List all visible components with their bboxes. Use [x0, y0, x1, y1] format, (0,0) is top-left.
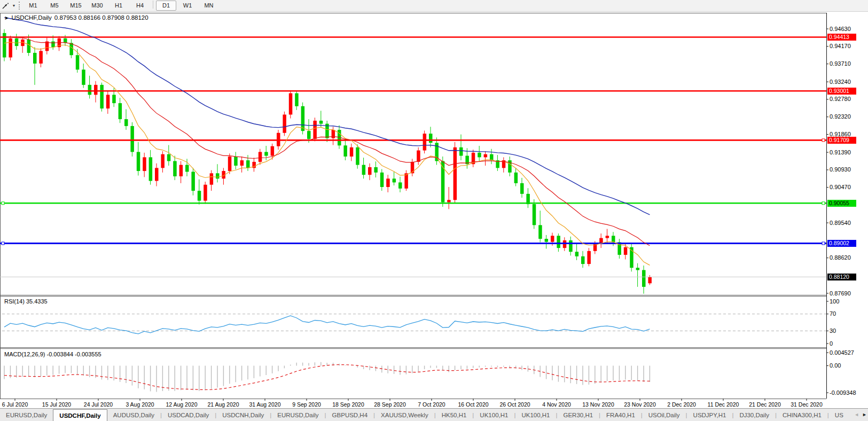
ma-line-fast	[4, 42, 650, 266]
date-axis-label: 21 Dec 2020	[749, 401, 781, 408]
chart-tab-usdjpy-h1[interactable]: USDJPY,H1	[687, 409, 732, 421]
chart-tab-eurusd-daily[interactable]: EURUSD,Daily	[0, 409, 53, 421]
rsi-axis-label: 70	[830, 310, 836, 317]
chart-tab-uk100-h1[interactable]: UK100,H1	[515, 409, 556, 421]
chart-tab-fra40-h1[interactable]: FRA40,H1	[600, 409, 641, 421]
macd-axis-label: 0.00	[830, 362, 841, 369]
chart-tab-usdcad-daily[interactable]: USDCAD,Daily	[162, 409, 215, 421]
chart-symbol-period: USDCHF,Daily	[11, 14, 51, 21]
chart-tab-usdcnh-daily[interactable]: USDCNH,Daily	[216, 409, 270, 421]
chart-tab-hk50-h1[interactable]: HK50,H1	[436, 409, 473, 421]
chart-tab-eurusd-daily[interactable]: EURUSD,Daily	[271, 409, 324, 421]
chart-tab-ger30-h1[interactable]: GER30,H1	[557, 409, 599, 421]
chart-pointer-icon: ➤	[4, 15, 9, 21]
chart-tab-usdchf-daily[interactable]: USDCHF,Daily	[53, 409, 107, 421]
chart-area[interactable]	[0, 0, 868, 421]
price-line-badge: 0.93001	[827, 88, 856, 95]
macd-signal-line	[4, 365, 650, 390]
rsi-axis-label: 0	[830, 340, 833, 347]
rsi-line	[4, 316, 650, 334]
ma-line-slow	[4, 18, 650, 215]
price-axis-label: 0.87690	[830, 290, 851, 297]
chart-title: ➤ USDCHF,Daily 0.87953 0.88166 0.87908 0…	[4, 14, 148, 21]
price-line-badge: 0.89002	[827, 240, 856, 247]
chart-tab-xauusd-weekly[interactable]: XAUUSD,Weekly	[375, 409, 434, 421]
macd-axis-label: 0.004527	[830, 349, 854, 356]
tab-scroll-right-icon[interactable]: ►	[862, 412, 867, 417]
date-axis-label: 24 Jul 2020	[84, 401, 113, 408]
chart-tab-us[interactable]: US	[829, 409, 843, 421]
price-axis-label: 0.92320	[830, 113, 851, 120]
horizontal-level-lines[interactable]	[0, 37, 826, 244]
date-axis-label: 16 Oct 2020	[458, 401, 488, 408]
date-axis-label: 9 Sep 2020	[292, 401, 321, 408]
date-axis-label: 6 Jul 2020	[2, 401, 28, 408]
chart-tabs: EURUSD,DailyUSDCHF,DailyAUDUSD,Daily|USD…	[0, 409, 847, 421]
price-axis-label: 0.93710	[830, 60, 851, 67]
date-axis-label: 18 Sep 2020	[332, 401, 364, 408]
chart-tab-dj30-daily[interactable]: DJ30,Daily	[733, 409, 775, 421]
price-line-badge: 0.90055	[827, 200, 856, 207]
date-axis-label: 13 Nov 2020	[582, 401, 614, 408]
price-axis-label: 0.93240	[830, 79, 851, 85]
date-axis-label: 28 Sep 2020	[374, 401, 406, 408]
chart-tab-audusd-daily[interactable]: AUDUSD,Daily	[107, 409, 160, 421]
chart-tab-gbpusd-h4[interactable]: GBPUSD,H4	[326, 409, 373, 421]
date-axis-label: 12 Aug 2020	[166, 401, 198, 408]
date-axis-label: 26 Oct 2020	[499, 401, 530, 408]
date-axis-label: 2 Dec 2020	[667, 401, 696, 408]
trading-platform-window: ▼ M1M5M15M30H1H4D1W1MN ➤ USDCHF,Daily 0.…	[0, 0, 868, 421]
date-axis-label: 15 Jul 2020	[42, 401, 71, 408]
price-line-badge: 0.88120	[827, 274, 856, 280]
tab-scroll-left-icon[interactable]: ◄	[854, 412, 859, 417]
date-axis-label: 31 Dec 2020	[791, 401, 823, 408]
date-axis-label: 7 Oct 2020	[418, 401, 445, 408]
macd-axis-label: -0.009348	[830, 389, 856, 396]
date-axis-label: 23 Nov 2020	[624, 401, 656, 408]
chart-tab-china300-h1[interactable]: CHINA300,H1	[777, 409, 827, 421]
chart-tab-bar: EURUSD,DailyUSDCHF,DailyAUDUSD,Daily|USD…	[0, 408, 868, 421]
date-axis-label: 31 Aug 2020	[249, 401, 281, 408]
date-axis-label: 21 Aug 2020	[208, 401, 239, 408]
chart-tab-usoil-daily[interactable]: USOil,Daily	[643, 409, 686, 421]
rsi-axis-label: 100	[830, 298, 839, 305]
date-axis-label: 3 Aug 2020	[126, 401, 154, 408]
date-axis-label: 11 Dec 2020	[708, 401, 739, 408]
price-axis-label: 0.90470	[830, 184, 851, 190]
price-line-badge: 0.94413	[827, 34, 856, 41]
chart-ohlc-values: 0.87953 0.88166 0.87908 0.88120	[54, 14, 148, 21]
candlesticks	[3, 29, 652, 294]
rsi-indicator-label: RSI(14) 35.4335	[4, 298, 48, 305]
rsi-axis-label: 30	[830, 328, 836, 334]
price-axis-label: 0.90930	[830, 166, 851, 173]
chart-tab-uk100-h1[interactable]: UK100,H1	[474, 409, 514, 421]
price-line-badge: 0.91709	[827, 137, 856, 144]
price-axis-label: 0.89540	[830, 220, 851, 226]
price-axis-label: 0.94170	[830, 43, 851, 49]
price-axis-label: 0.91390	[830, 149, 851, 155]
tab-scroll-controls: ◄ ►	[854, 409, 867, 420]
macd-indicator-label: MACD(12,26,9) -0.003844 -0.003555	[4, 351, 101, 357]
price-axis-label: 0.88620	[830, 254, 851, 261]
price-axis-label: 0.94630	[830, 26, 851, 32]
price-axis-label: 0.92780	[830, 96, 851, 102]
macd-histogram	[4, 362, 650, 392]
date-axis-label: 4 Nov 2020	[542, 401, 571, 408]
